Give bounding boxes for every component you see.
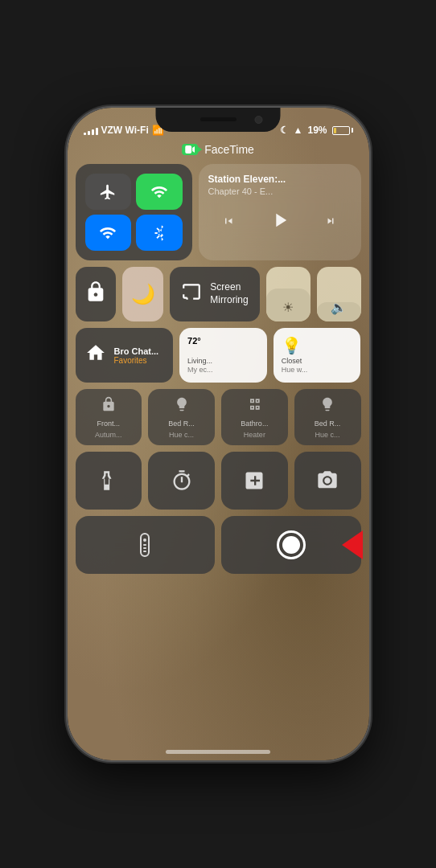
signal-bar-1 [84, 133, 86, 135]
bathroom-heater-button[interactable]: Bathro... Heater [221, 389, 288, 445]
control-center: Station Eleven:... Chapter 40 - E... [76, 164, 361, 728]
bed-hue-1-name2: Hue c... [169, 431, 194, 439]
battery-fill [334, 128, 337, 133]
skip-back-button[interactable] [222, 211, 241, 235]
camera [255, 116, 263, 124]
timer-button[interactable] [148, 452, 215, 510]
facetime-icon [182, 144, 198, 155]
row-3: Bro Chat... Favorites 72° Living... My e… [76, 328, 361, 383]
thermostat-name2: My ec... [187, 366, 213, 375]
battery-percent: 19% [307, 125, 327, 136]
screen-mirroring-label: Screen Mirroring [210, 281, 248, 306]
row-6-bottom [76, 516, 361, 574]
row-1: Station Eleven:... Chapter 40 - E... [76, 164, 361, 260]
location-icon: ▲ [294, 125, 303, 136]
closet-hue-name: Closet Hue w... [282, 357, 308, 375]
closet-name1: Closet [282, 357, 308, 366]
status-left: VZW Wi-Fi 📶 [84, 125, 164, 136]
bed-hue-2-icon [319, 396, 335, 416]
bed-hue-2-name2: Hue c... [315, 431, 340, 439]
bed-hue-1-name1: Bed R... [168, 420, 195, 428]
bathroom-heater-icon [246, 396, 262, 416]
home-bar [166, 750, 270, 754]
bed-hue-1-button[interactable]: Bed R... Hue c... [148, 389, 215, 445]
rotation-lock-button[interactable] [76, 267, 117, 321]
closet-hue-icon: 💡 [282, 336, 302, 355]
camera-button[interactable] [294, 452, 361, 510]
svg-marker-1 [192, 146, 195, 153]
front-lock-icon [101, 396, 117, 416]
media-controls [208, 209, 352, 236]
connectivity-tile [76, 164, 192, 260]
bed-hue-1-icon [174, 396, 190, 416]
facetime-banner[interactable]: FaceTime [182, 143, 254, 156]
carrier-label: VZW Wi-Fi [101, 125, 149, 136]
svg-rect-0 [185, 145, 191, 154]
thermostat-name1: Living... [187, 357, 213, 366]
homekit-title: Bro Chat... [114, 346, 159, 356]
brightness-slider[interactable]: ☀ [266, 267, 311, 321]
svg-rect-5 [143, 547, 146, 549]
status-right: ☾ ▲ 19% [280, 125, 353, 136]
thermostat-temp: 72° [187, 336, 201, 346]
homekit-text: Bro Chat... Favorites [114, 346, 159, 365]
battery-tip [352, 128, 353, 133]
front-lock-button[interactable]: Front... Autum... [76, 389, 142, 445]
bathroom-heater-name2: Heater [244, 431, 265, 439]
moon-dnd-icon: 🌙 [131, 283, 155, 305]
media-subtitle: Chapter 40 - E... [208, 186, 352, 196]
bed-hue-2-button[interactable]: Bed R... Hue c... [294, 389, 361, 445]
screen-mirroring-button[interactable]: Screen Mirroring [170, 267, 259, 321]
screen-mirroring-icon [181, 281, 202, 307]
front-lock-name2: Autum... [95, 431, 122, 439]
row-4: Front... Autum... Bed R... Hue c... [76, 389, 361, 445]
row-5-utilities [76, 452, 361, 510]
signal-bar-2 [88, 131, 90, 135]
signal-bar-3 [92, 129, 94, 135]
signal-bar-4 [96, 128, 98, 135]
brightness-icon: ☀ [282, 300, 294, 315]
wifi-button[interactable] [85, 215, 132, 251]
signal-bars [84, 125, 98, 135]
do-not-disturb-button[interactable]: 🌙 [122, 267, 163, 321]
home-icon [85, 342, 106, 368]
homekit-button[interactable]: Bro Chat... Favorites [76, 328, 174, 383]
svg-rect-4 [143, 544, 146, 546]
bed-hue-2-name1: Bed R... [315, 420, 341, 428]
notch [156, 108, 281, 132]
thermostat-name: Living... My ec... [187, 357, 213, 375]
calculator-button[interactable] [221, 452, 288, 510]
speaker [200, 117, 237, 121]
battery-body [332, 126, 350, 135]
media-title: Station Eleven:... [208, 174, 352, 185]
red-arrow-indicator [342, 530, 363, 559]
record-dot [282, 536, 300, 554]
volume-slider[interactable]: 🔈 [317, 267, 361, 321]
front-lock-name1: Front... [97, 420, 121, 428]
svg-rect-6 [143, 551, 146, 552]
facetime-label: FaceTime [204, 143, 254, 156]
rotation-lock-icon [84, 280, 107, 308]
battery-indicator [332, 126, 353, 135]
svg-point-3 [143, 538, 146, 542]
row-2: 🌙 Screen Mirroring [76, 267, 361, 321]
closet-hue-button[interactable]: 💡 Closet Hue w... [274, 328, 361, 383]
moon-icon: ☾ [280, 125, 289, 136]
record-icon [277, 530, 306, 559]
volume-icon: 🔈 [331, 300, 347, 315]
homekit-subtitle: Favorites [114, 356, 159, 365]
closet-name2: Hue w... [282, 366, 308, 375]
arrow-shape [342, 530, 363, 559]
screen-record-button[interactable] [221, 516, 361, 574]
cellular-button[interactable] [136, 174, 183, 210]
living-thermostat-button[interactable]: 72° Living... My ec... [179, 328, 267, 383]
remote-button[interactable] [76, 516, 216, 574]
phone-frame: VZW Wi-Fi 📶 ☾ ▲ 19% [68, 108, 369, 760]
flashlight-button[interactable] [76, 452, 142, 510]
screen: VZW Wi-Fi 📶 ☾ ▲ 19% [68, 108, 369, 760]
media-tile: Station Eleven:... Chapter 40 - E... [199, 164, 361, 260]
skip-forward-button[interactable] [319, 211, 338, 235]
bluetooth-button[interactable] [136, 215, 183, 251]
play-button[interactable] [269, 209, 291, 236]
airplane-mode-button[interactable] [85, 174, 132, 210]
